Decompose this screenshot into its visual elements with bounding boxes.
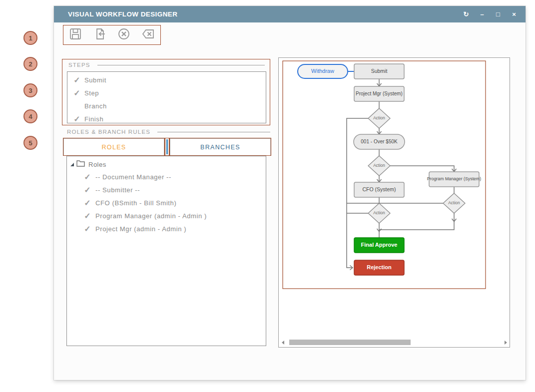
scroll-right-icon bbox=[505, 341, 507, 345]
node-cfo[interactable]: CFO (System) bbox=[354, 182, 404, 197]
steps-list: ✓ Submit ✓ Step Branch ✓ Finish bbox=[67, 71, 266, 123]
tree-item-submitter[interactable]: ✓ -- Submitter -- bbox=[67, 183, 266, 196]
step-label: Step bbox=[84, 89, 99, 97]
check-icon: ✓ bbox=[82, 211, 93, 221]
svg-text:Rejection: Rejection bbox=[367, 264, 392, 270]
steps-rule-line bbox=[97, 65, 265, 65]
svg-text:Action: Action bbox=[373, 115, 385, 120]
app-title: VISUAL WORKFLOW DESIGNER bbox=[54, 10, 177, 18]
check-icon: ✓ bbox=[82, 198, 93, 208]
maximize-button[interactable]: □ bbox=[494, 10, 503, 18]
node-action-3[interactable]: Action bbox=[443, 193, 465, 213]
app-window: VISUAL WORKFLOW DESIGNER ↻ – □ × bbox=[54, 6, 526, 380]
scroll-right-button[interactable] bbox=[502, 339, 509, 346]
step-item-finish[interactable]: ✓ Finish bbox=[67, 112, 266, 125]
splitter-handle-icon bbox=[166, 139, 168, 154]
check-icon: ✓ bbox=[71, 75, 82, 85]
tree-item-label: -- Document Manager -- bbox=[95, 173, 171, 181]
close-button[interactable]: × bbox=[510, 10, 519, 18]
check-in-button[interactable] bbox=[92, 27, 107, 42]
page: 1 2 3 4 5 VISUAL WORKFLOW DESIGNER ↻ – □… bbox=[0, 0, 535, 392]
scroll-left-button[interactable] bbox=[279, 339, 286, 346]
callout-5: 5 bbox=[23, 136, 37, 150]
svg-text:Project Mgr (System): Project Mgr (System) bbox=[356, 91, 403, 96]
node-final-approve[interactable]: Final Approve bbox=[354, 238, 404, 253]
step-label: Finish bbox=[84, 115, 103, 123]
delete-backspace-icon bbox=[141, 27, 155, 42]
workflow-canvas-panel[interactable]: Withdraw Submit Project Mgr (System) Act… bbox=[278, 57, 510, 348]
svg-text:Withdraw: Withdraw bbox=[311, 68, 334, 74]
folder-icon bbox=[76, 160, 85, 169]
steps-label: STEPS bbox=[68, 62, 90, 68]
tab-branches-outline: BRANCHES bbox=[169, 138, 271, 156]
tree-item-project-mgr[interactable]: ✓ Project Mgr (admin - Admin ) bbox=[67, 222, 266, 235]
tab-splitter[interactable] bbox=[165, 138, 169, 156]
minimize-button[interactable]: – bbox=[478, 10, 487, 18]
step-label: Submit bbox=[84, 76, 106, 84]
hscrollbar bbox=[279, 339, 509, 346]
step-item-submit[interactable]: ✓ Submit bbox=[67, 73, 266, 86]
check-icon: ✓ bbox=[82, 172, 93, 182]
svg-text:Action: Action bbox=[448, 200, 460, 205]
roles-tree-panel: Roles ✓ -- Document Manager -- ✓ -- Subm… bbox=[66, 156, 266, 346]
delete-button[interactable] bbox=[141, 27, 156, 42]
cancel-button[interactable] bbox=[116, 27, 131, 42]
svg-text:001 - Over $50K: 001 - Over $50K bbox=[361, 139, 398, 144]
svg-text:Final Approve: Final Approve bbox=[361, 242, 398, 248]
node-withdraw[interactable]: Withdraw bbox=[298, 64, 348, 78]
diagram-nodes: Withdraw Submit Project Mgr (System) Act… bbox=[298, 64, 481, 275]
refresh-icon[interactable]: ↻ bbox=[462, 10, 471, 18]
node-project-mgr[interactable]: Project Mgr (System) bbox=[354, 86, 404, 101]
steps-panel: STEPS ✓ Submit ✓ Step Branch ✓ Fi bbox=[62, 59, 270, 125]
step-item-branch[interactable]: Branch bbox=[67, 99, 266, 112]
scroll-track[interactable] bbox=[286, 339, 502, 346]
expander-icon[interactable] bbox=[70, 163, 74, 166]
tab-branches[interactable]: BRANCHES bbox=[170, 138, 271, 155]
node-program-manager[interactable]: Program Manager (System) bbox=[427, 172, 482, 187]
callout-1: 1 bbox=[23, 31, 37, 45]
tree-item-document-manager[interactable]: ✓ -- Document Manager -- bbox=[67, 170, 266, 183]
node-action-2[interactable]: Action bbox=[368, 156, 390, 176]
tree-item-label: -- Submitter -- bbox=[95, 186, 140, 194]
tree-root-label: Roles bbox=[88, 161, 106, 168]
window-controls: ↻ – □ × bbox=[462, 6, 519, 22]
callout-2: 2 bbox=[23, 57, 37, 71]
tab-roles[interactable]: ROLES bbox=[63, 138, 164, 155]
titlebar: VISUAL WORKFLOW DESIGNER ↻ – □ × bbox=[54, 6, 526, 22]
tree-item-cfo[interactable]: ✓ CFO (BSmith - Bill Smith) bbox=[67, 196, 266, 209]
tree-item-label: Project Mgr (admin - Admin ) bbox=[95, 225, 186, 233]
cancel-circle-icon bbox=[117, 27, 130, 42]
save-icon bbox=[69, 27, 82, 42]
scroll-left-icon bbox=[282, 341, 284, 345]
step-label: Branch bbox=[84, 102, 107, 110]
tree-root-roles[interactable]: Roles bbox=[67, 158, 266, 170]
roles-branches-tabs: ROLES BRANCHES bbox=[63, 138, 273, 156]
roles-branch-rules-label: ROLES & BRANCH RULES bbox=[67, 129, 150, 135]
save-button[interactable] bbox=[68, 27, 83, 42]
callout-3: 3 bbox=[23, 83, 37, 97]
workflow-diagram-svg: Withdraw Submit Project Mgr (System) Act… bbox=[279, 58, 510, 338]
node-action-1[interactable]: Action bbox=[368, 108, 390, 128]
step-item-step[interactable]: ✓ Step bbox=[67, 86, 266, 99]
svg-text:CFO (System): CFO (System) bbox=[362, 186, 396, 192]
tab-roles-outline: ROLES bbox=[63, 138, 165, 156]
svg-text:Action: Action bbox=[373, 163, 385, 168]
node-rule-001[interactable]: 001 - Over $50K bbox=[354, 134, 405, 149]
tree-item-label: CFO (BSmith - Bill Smith) bbox=[95, 199, 176, 207]
check-in-document-icon bbox=[93, 27, 106, 42]
scroll-thumb[interactable] bbox=[289, 340, 411, 345]
check-icon: ✓ bbox=[71, 114, 82, 124]
svg-text:Action: Action bbox=[373, 210, 385, 215]
tree-item-label: Program Manager (admin - Admin ) bbox=[95, 212, 207, 220]
tree-item-program-manager[interactable]: ✓ Program Manager (admin - Admin ) bbox=[67, 209, 266, 222]
tab-roles-label: ROLES bbox=[102, 144, 126, 151]
node-submit[interactable]: Submit bbox=[354, 64, 404, 79]
check-icon: ✓ bbox=[82, 185, 93, 195]
toolbar bbox=[63, 25, 161, 45]
node-action-4[interactable]: Action bbox=[368, 203, 390, 223]
check-icon: ✓ bbox=[71, 88, 82, 98]
svg-text:Submit: Submit bbox=[371, 68, 388, 74]
check-icon: ✓ bbox=[82, 224, 93, 234]
tab-branches-label: BRANCHES bbox=[200, 144, 240, 151]
node-rejection[interactable]: Rejection bbox=[354, 260, 404, 275]
